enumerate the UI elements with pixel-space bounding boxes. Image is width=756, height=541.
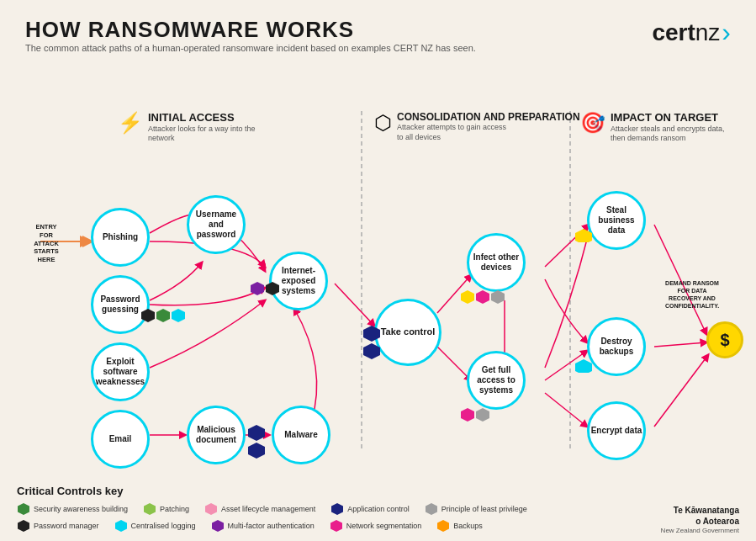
demand-ransom-label: DEMAND RANSOM FOR DATA RECOVERY AND CONF…	[663, 279, 721, 310]
destroy-backups-node: Destroy backups	[587, 317, 646, 376]
page-subtitle: The common attack paths of a human-opera…	[25, 43, 476, 53]
svg-marker-18	[156, 309, 170, 322]
svg-marker-24	[363, 326, 380, 342]
legend-title: Critical Controls key	[17, 485, 739, 497]
hex-black-icon	[17, 519, 30, 533]
svg-marker-32	[575, 229, 592, 242]
email-node: Email	[91, 410, 150, 469]
svg-marker-26	[461, 290, 474, 304]
impact-icon: 🎯	[580, 111, 605, 135]
svg-marker-28	[491, 290, 505, 304]
hex-yellow-green-icon	[143, 502, 156, 516]
infect-other-node: Infect other devices	[467, 233, 526, 292]
hex-purple-icon	[211, 519, 225, 533]
legend-item-asset: Asset lifecycle management	[204, 502, 315, 516]
hex-pink-icon	[204, 502, 218, 516]
nzgov-line3: New Zealand Government	[661, 527, 739, 534]
section-initial-access: ⚡ INITIAL ACCESS Attacker looks for a wa…	[118, 111, 266, 144]
username-password-node: Username and password	[187, 195, 246, 254]
consolidation-title: CONSOLIDATION AND PREPARATION	[397, 111, 580, 123]
control-hexes-pw	[141, 309, 209, 322]
svg-marker-30	[476, 408, 489, 422]
legend-item-pwmanager: Password manager	[17, 519, 99, 533]
consolidation-subtitle: Attacker attempts to gain access to all …	[397, 123, 515, 142]
legend-item-backups: Backups	[436, 519, 483, 533]
password-guessing-node: Password guessing	[91, 275, 150, 334]
hex-orange-icon	[436, 519, 450, 533]
section-consolidation: ⬡ CONSOLIDATION AND PREPARATION Attacker…	[374, 111, 580, 143]
nzgov-line1: Te Kāwanatanga	[661, 505, 739, 516]
legend-item-networkseg: Network segmentation	[330, 519, 422, 533]
control-hexes-takecontrol	[363, 326, 380, 359]
legend-item-appcontrol: Application control	[330, 502, 410, 516]
hex-gray-icon	[425, 502, 438, 516]
svg-marker-23	[266, 282, 279, 295]
svg-line-13	[654, 355, 708, 427]
svg-marker-17	[141, 309, 155, 322]
svg-marker-35	[205, 503, 217, 515]
svg-marker-38	[18, 520, 29, 532]
get-full-access-node: Get full access to systems	[467, 351, 526, 410]
svg-marker-36	[331, 503, 343, 515]
svg-marker-20	[248, 425, 265, 441]
nzgov-logo: Te Kāwanatanga o Aotearoa New Zealand Go…	[661, 505, 739, 534]
page-title: HOW RANSOMWARE WORKS	[25, 17, 476, 43]
malware-node: Malware	[272, 406, 330, 464]
svg-marker-34	[144, 503, 156, 515]
control-hexes-steal	[575, 229, 592, 242]
legend: Critical Controls key Security awareness…	[17, 485, 739, 534]
control-hexes-destroy	[575, 359, 592, 373]
control-hexes-inet	[251, 282, 318, 295]
control-hexes-infect	[461, 290, 511, 304]
svg-marker-41	[330, 520, 342, 532]
impact-title: IMPACT ON TARGET	[611, 111, 728, 125]
svg-line-7	[437, 347, 471, 380]
legend-item-leastpriv: Principle of least privilege	[425, 502, 527, 516]
steal-data-node: Steal business data	[587, 191, 646, 250]
cert-logo: certnz›	[652, 17, 731, 48]
svg-marker-22	[251, 282, 264, 295]
legend-item-awareness: Security awareness building	[17, 502, 128, 516]
initial-access-subtitle: Attacker looks for a way into the networ…	[148, 125, 266, 144]
initial-access-title: INITIAL ACCESS	[148, 111, 266, 125]
svg-marker-33	[18, 503, 29, 515]
legend-items: Security awareness building Patching Ass…	[17, 502, 739, 517]
impact-subtitle: Attacker steals and encrypts data, then …	[611, 125, 728, 144]
page: HOW RANSOMWARE WORKS The common attack p…	[0, 0, 756, 541]
svg-marker-40	[212, 520, 224, 532]
entry-label: ENTRY FOR ATTACK STARTS HERE	[29, 223, 64, 264]
control-hexes-getaccess	[461, 408, 511, 422]
hex-green-icon	[17, 502, 30, 516]
svg-marker-29	[461, 408, 474, 422]
hex-cyan-icon	[114, 519, 128, 533]
svg-marker-37	[426, 503, 437, 515]
svg-line-12	[654, 342, 706, 347]
encrypt-data-node: Encrypt data	[587, 401, 646, 460]
internet-exposed-node: Internet-exposed systems	[269, 252, 328, 310]
initial-access-icon: ⚡	[118, 111, 143, 135]
take-control-node: Take control	[374, 299, 441, 366]
legend-item-logging: Centralised logging	[114, 519, 196, 533]
malicious-doc-node: Malicious document	[187, 406, 246, 464]
hex-magenta-icon	[330, 519, 343, 533]
legend-items-row2: Password manager Centralised logging Mul…	[17, 519, 739, 534]
svg-marker-42	[437, 520, 449, 532]
header: HOW RANSOMWARE WORKS The common attack p…	[25, 17, 731, 61]
diagram: ENTRY FOR ATTACK STARTS HERE ⚡ INITIAL A…	[25, 65, 731, 477]
hex-dark-blue-icon	[330, 502, 344, 516]
svg-marker-19	[172, 309, 185, 322]
exploit-node: Exploit software weaknesses	[91, 342, 150, 401]
svg-marker-21	[248, 443, 265, 459]
consolidation-icon: ⬡	[374, 111, 392, 135]
section-impact: 🎯 IMPACT ON TARGET Attacker steals and e…	[580, 111, 728, 144]
svg-marker-25	[363, 343, 380, 359]
nzgov-line2: o Aotearoa	[661, 516, 739, 527]
dollar-node: $	[706, 321, 743, 358]
svg-marker-27	[476, 290, 489, 304]
svg-line-10	[545, 393, 587, 427]
control-hexes-maldoc	[248, 425, 265, 459]
svg-marker-31	[575, 359, 592, 373]
svg-marker-39	[115, 520, 127, 532]
legend-item-patching: Patching	[143, 502, 189, 516]
legend-item-mfa: Multi-factor authentication	[211, 519, 315, 533]
